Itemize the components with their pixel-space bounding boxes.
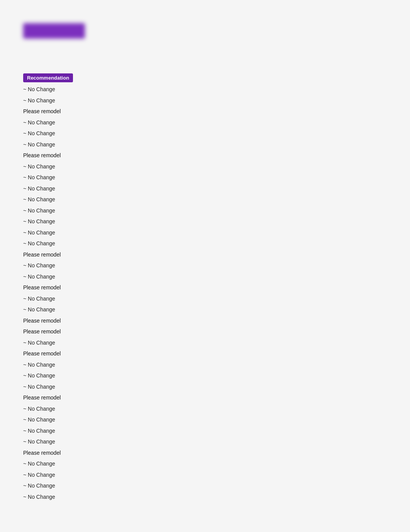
list-item: ~ No Change <box>23 293 410 304</box>
list-item: ~ No Change <box>23 117 410 128</box>
list-item: Please remodel <box>23 150 410 161</box>
list-item: ~ No Change <box>23 469 410 481</box>
recommendation-column-header: Recommendation <box>23 73 73 82</box>
list-item: ~ No Change <box>23 491 410 503</box>
list-item: ~ No Change <box>23 183 410 194</box>
list-item: Please remodel <box>23 447 410 459</box>
list-item: ~ No Change <box>23 139 410 150</box>
recommendation-list: ~ No Change~ No ChangePlease remodel~ No… <box>23 84 410 502</box>
list-item: Please remodel <box>23 282 410 293</box>
list-item: Please remodel <box>23 249 410 260</box>
list-item: ~ No Change <box>23 128 410 139</box>
list-item: ~ No Change <box>23 161 410 172</box>
list-item: ~ No Change <box>23 304 410 315</box>
list-item: ~ No Change <box>23 425 410 437</box>
list-item: ~ No Change <box>23 414 410 425</box>
list-item: ~ No Change <box>23 260 410 271</box>
list-item: ~ No Change <box>23 95 410 106</box>
list-item: Please remodel <box>23 106 410 117</box>
list-item: Please remodel <box>23 392 410 403</box>
list-item: ~ No Change <box>23 458 410 469</box>
list-item: ~ No Change <box>23 271 410 282</box>
list-item: ~ No Change <box>23 337 410 348</box>
list-item: Please remodel <box>23 348 410 359</box>
list-item: ~ No Change <box>23 436 410 447</box>
list-item: ~ No Change <box>23 194 410 205</box>
blurred-header-bar <box>23 23 85 39</box>
list-item: Please remodel <box>23 326 410 337</box>
list-item: ~ No Change <box>23 205 410 216</box>
list-item: ~ No Change <box>23 381 410 393</box>
list-item: ~ No Change <box>23 403 410 415</box>
list-item: ~ No Change <box>23 216 410 227</box>
list-item: ~ No Change <box>23 370 410 381</box>
list-item: Please remodel <box>23 315 410 326</box>
list-item: ~ No Change <box>23 238 410 249</box>
list-item: ~ No Change <box>23 84 410 95</box>
list-item: ~ No Change <box>23 359 410 371</box>
list-item: ~ No Change <box>23 227 410 238</box>
list-item: ~ No Change <box>23 480 410 491</box>
list-item: ~ No Change <box>23 172 410 183</box>
